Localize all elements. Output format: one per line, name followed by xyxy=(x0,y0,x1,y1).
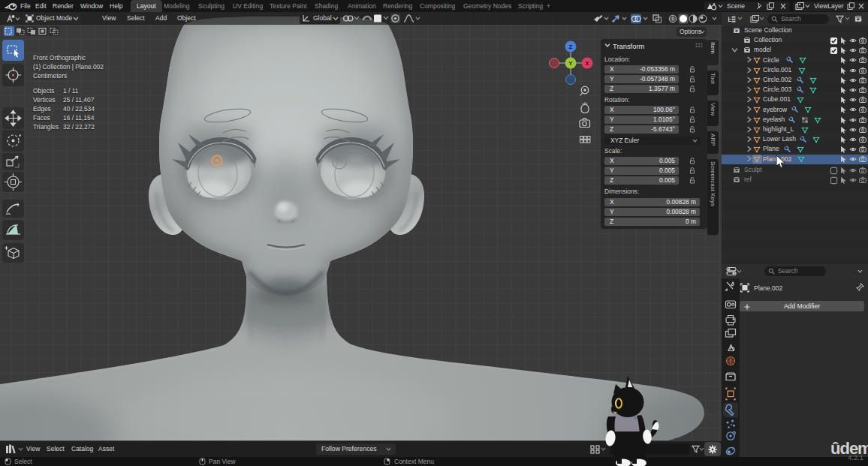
svg-text:Z: Z xyxy=(569,44,573,50)
svg-text:Y: Y xyxy=(568,60,573,67)
svg-text:X: X xyxy=(585,60,589,67)
